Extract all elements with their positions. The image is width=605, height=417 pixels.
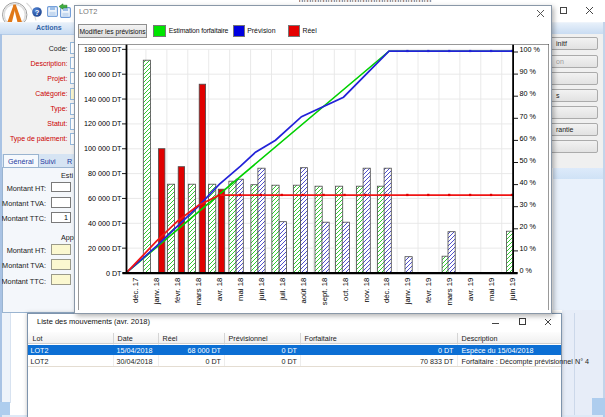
svg-text:80 000 DT: 80 000 DT bbox=[87, 169, 121, 178]
svg-text:nov. 18: nov. 18 bbox=[361, 278, 370, 303]
svg-text:100 %: 100 % bbox=[519, 45, 540, 54]
svg-text:50 %: 50 % bbox=[519, 155, 536, 164]
svg-text:140 000 DT: 140 000 DT bbox=[83, 94, 121, 103]
svg-text:déc. 18: déc. 18 bbox=[382, 278, 391, 303]
svg-text:60 %: 60 % bbox=[519, 133, 536, 142]
svg-text:oct. 18: oct. 18 bbox=[340, 278, 349, 301]
svg-text:70 %: 70 % bbox=[519, 111, 536, 120]
svg-text:?: ? bbox=[34, 7, 39, 16]
svg-text:juil. 18: juil. 18 bbox=[277, 278, 286, 301]
svg-text:avr. 19: avr. 19 bbox=[466, 278, 475, 301]
svg-text:janv. 18: janv. 18 bbox=[152, 278, 161, 305]
svg-text:avr. 18: avr. 18 bbox=[215, 278, 224, 301]
svg-text:févr. 19: févr. 19 bbox=[424, 278, 433, 303]
svg-text:40 000 DT: 40 000 DT bbox=[87, 219, 121, 228]
svg-text:40 %: 40 % bbox=[519, 178, 536, 187]
svg-text:janv. 19: janv. 19 bbox=[403, 278, 412, 305]
svg-text:160 000 DT: 160 000 DT bbox=[83, 69, 121, 78]
svg-text:30 %: 30 % bbox=[519, 200, 536, 209]
svg-text:80 %: 80 % bbox=[519, 89, 536, 98]
svg-text:août 18: août 18 bbox=[298, 278, 307, 304]
svg-text:0 %: 0 % bbox=[519, 266, 532, 275]
svg-text:20 %: 20 % bbox=[519, 222, 536, 231]
svg-text:120 000 DT: 120 000 DT bbox=[83, 119, 121, 128]
svg-text:0 DT: 0 DT bbox=[105, 268, 121, 277]
svg-text:mai 19: mai 19 bbox=[487, 278, 496, 301]
svg-text:mars 19: mars 19 bbox=[445, 278, 454, 306]
svg-text:sept. 18: sept. 18 bbox=[319, 278, 328, 305]
svg-text:180 000 DT: 180 000 DT bbox=[83, 45, 121, 54]
svg-text:90 %: 90 % bbox=[519, 67, 536, 76]
svg-text:10 %: 10 % bbox=[519, 244, 536, 253]
svg-text:févr. 18: févr. 18 bbox=[173, 278, 182, 303]
svg-text:juin 18: juin 18 bbox=[256, 278, 265, 302]
svg-text:juin 19: juin 19 bbox=[508, 278, 517, 302]
svg-text:déc. 17: déc. 17 bbox=[131, 278, 140, 303]
svg-text:100 000 DT: 100 000 DT bbox=[83, 144, 121, 153]
svg-text:mars 18: mars 18 bbox=[194, 278, 203, 306]
svg-text:60 000 DT: 60 000 DT bbox=[87, 194, 121, 203]
svg-text:20 000 DT: 20 000 DT bbox=[87, 243, 121, 252]
svg-text:mai 18: mai 18 bbox=[235, 278, 244, 301]
